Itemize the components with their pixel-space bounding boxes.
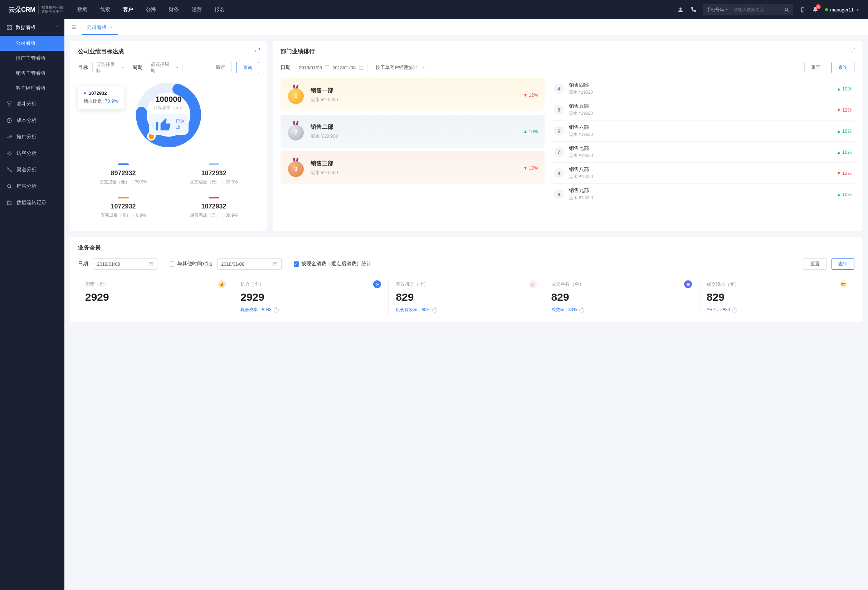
metric-label: 有效机会（个） [396, 281, 428, 287]
menu-icon [6, 150, 12, 156]
calendar-icon [273, 261, 278, 266]
sidebar-group-dashboard[interactable]: 数据看板 ˄ [0, 19, 64, 36]
svg-rect-18 [273, 262, 277, 266]
sidebar-item[interactable]: 漏斗分析 [0, 96, 64, 112]
svg-point-9 [9, 153, 10, 154]
close-icon[interactable]: × [110, 25, 113, 30]
stat-mode-checkbox[interactable]: 按现金消费（返点后消费）统计 [294, 261, 371, 267]
rank-name: 销售九部 [569, 187, 831, 194]
user-name: manager11 [830, 7, 854, 13]
topnav-item[interactable]: 报名 [215, 6, 225, 13]
stat-value: 8972932 [81, 169, 165, 177]
sidebar-item[interactable]: 成本分析 [0, 112, 64, 129]
user-icon[interactable] [677, 6, 684, 13]
svg-rect-6 [7, 28, 9, 30]
reset-button[interactable]: 重置 [804, 258, 827, 269]
date-picker[interactable]: 2018/01/08 [93, 258, 158, 269]
svg-rect-4 [7, 25, 9, 27]
date-range-picker[interactable]: 2018/01/08 至 2018/01/08 [295, 62, 368, 73]
chart-tooltip: 1072932 所占比例: 70.9% [78, 86, 124, 109]
topnav-item[interactable]: 客户 [123, 6, 133, 13]
rank-amount: 流水 ¥19020 [569, 195, 831, 201]
notif-badge: 5 [816, 4, 821, 9]
expand-icon[interactable] [850, 47, 856, 53]
metric-value: 829 [396, 291, 536, 303]
top-nav: 数据线索客户公海财务运营报名 [77, 6, 225, 13]
panel-dept-ranking: 部门业绩排行 日期 2018/01/08 至 2018/01/08 按工单客户经… [273, 41, 862, 231]
rank-change: ▲ 10% [837, 86, 852, 91]
group-by-select[interactable]: 按工单客户经理统计 [372, 62, 429, 73]
sidebar-item[interactable]: 客户经理看板 [0, 81, 64, 96]
rank-number: 6 [554, 126, 564, 136]
compare-checkbox[interactable]: 与其他时间对比 [170, 261, 212, 267]
help-icon[interactable]: ? [579, 308, 584, 312]
rank-name: 销售七部 [569, 145, 831, 152]
svg-rect-5 [10, 25, 12, 27]
topnav-item[interactable]: 财务 [169, 6, 179, 13]
sidebar-item[interactable]: 销售主管看板 [0, 66, 64, 81]
arrow-down-icon: ▼ [837, 171, 841, 176]
metric-icon: 🛡 [529, 280, 537, 288]
metric-card: 有效机会（个） 🛡 829 机会有效率：80% ? [388, 278, 543, 315]
metric-value: 2929 [241, 291, 381, 303]
panel-title: 业务全景 [78, 244, 855, 252]
metric-sub: 成交率：80% ? [551, 307, 692, 313]
arrow-down-icon: ▼ [837, 107, 841, 113]
metric-value: 829 [707, 291, 847, 303]
query-button[interactable]: 查询 [831, 258, 855, 269]
bell-icon[interactable]: 5 [812, 6, 819, 13]
search-input[interactable] [734, 7, 784, 12]
topnav-item[interactable]: 数据 [77, 6, 87, 13]
sidebar-item[interactable]: 数据流转记录 [0, 194, 64, 211]
panel-title: 部门业绩排行 [280, 48, 855, 56]
rank-name: 销售二部 [311, 124, 517, 131]
rank-card: 3 销售三部 流水 ¥10,900 ▼ 12% [280, 151, 545, 184]
sidebar-item[interactable]: 访客分析 [0, 145, 64, 162]
metric-value: 829 [551, 291, 692, 303]
tab-label: 公司看板 [87, 24, 106, 30]
reset-button[interactable]: 重置 [209, 62, 232, 73]
help-icon[interactable]: ? [432, 308, 437, 312]
reset-button[interactable]: 重置 [804, 62, 827, 73]
topnav-item[interactable]: 运营 [192, 6, 202, 13]
medal-icon: 1 [287, 85, 305, 105]
toggle-sidebar-icon[interactable] [69, 22, 79, 32]
app-header: 云朵CRM 教育机构一站式服务云平台 数据线索客户公海财务运营报名 手机号码 ▼… [0, 0, 868, 19]
tabs-bar: 公司看板 × [64, 19, 868, 35]
metric-sub: ARPU：¥80 ? [707, 307, 847, 313]
rank-card: 1 销售一部 流水 ¥10,900 ▼ 12% [280, 78, 545, 111]
metric-card: 成交流水（元） 💳 829 ARPU：¥80 ? [699, 278, 855, 315]
rank-row: 7 销售七部 流水 ¥19020 ▲ 10% [551, 141, 855, 162]
period-select[interactable]: 请选择周期 [147, 62, 183, 73]
rank-change: ▲ 10% [523, 129, 538, 134]
target-select[interactable]: 请选择目标 [92, 62, 128, 73]
achieved-badge: 已达成 [149, 114, 189, 135]
metric-label: 成交流水（元） [707, 281, 739, 287]
search-icon[interactable] [784, 7, 789, 13]
rank-row: 8 销售八部 流水 ¥19020 ▼ 12% [551, 162, 855, 184]
search-type-select[interactable]: 手机号码 [707, 7, 724, 13]
sidebar-item[interactable]: 推广分析 [0, 129, 64, 145]
query-button[interactable]: 查询 [236, 62, 259, 73]
query-button[interactable]: 查询 [831, 62, 855, 73]
metric-value: 2929 [85, 291, 226, 303]
target-label: 目标 [78, 64, 88, 71]
topnav-item[interactable]: 线索 [100, 6, 110, 13]
rank-change: ▼ 12% [837, 107, 852, 113]
help-icon[interactable]: ? [274, 308, 279, 312]
phone-icon[interactable] [690, 6, 697, 13]
user-menu[interactable]: manager11 ▼ [825, 7, 859, 13]
help-icon[interactable]: ? [732, 308, 737, 312]
metric-sub: 机会有效率：80% ? [396, 307, 536, 313]
sidebar-item[interactable]: 销售分析 [0, 178, 64, 194]
sidebar-item[interactable]: 推广主管看板 [0, 51, 64, 66]
stat-color-bar [208, 163, 219, 165]
expand-icon[interactable] [255, 47, 260, 53]
compare-date-picker[interactable]: 2018/01/08 [217, 258, 282, 269]
sidebar-item[interactable]: 渠道分析 [0, 162, 64, 178]
device-icon[interactable] [799, 6, 806, 13]
tab-company-dashboard[interactable]: 公司看板 × [81, 19, 118, 35]
sidebar-item[interactable]: 公司看板 [0, 36, 64, 51]
topnav-item[interactable]: 公海 [146, 6, 156, 13]
stat-color-bar [118, 197, 129, 199]
